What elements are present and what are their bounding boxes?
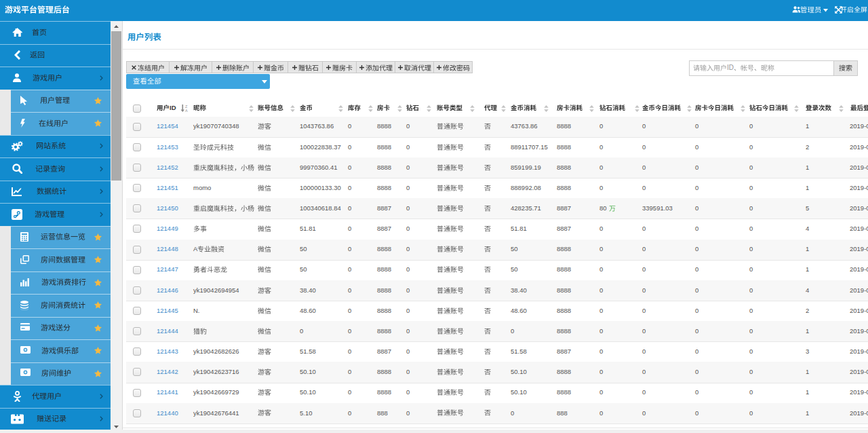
svg-text:A: A [185, 109, 188, 112]
